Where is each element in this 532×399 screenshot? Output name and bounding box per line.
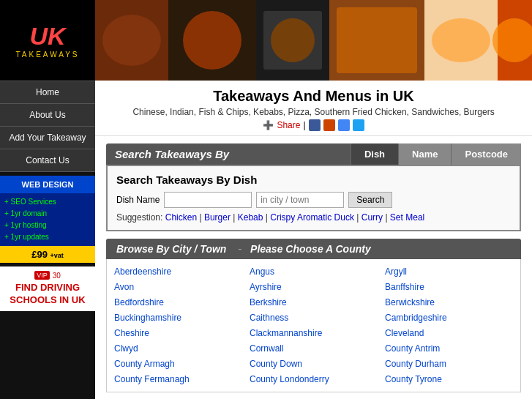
county-link[interactable]: Berwickshire <box>385 296 513 309</box>
svg-point-6 <box>271 18 315 62</box>
choose-county-label: Please Choose A County <box>243 239 378 259</box>
county-link[interactable]: Cornwall <box>250 342 378 355</box>
speed-badge: 30 <box>53 272 61 280</box>
search-tabs-area: Search Takeaways By Dish Name Postcode <box>106 143 521 165</box>
browse-header: Browse By City / Town - Please Choose A … <box>106 239 521 259</box>
dish-label: Dish Name <box>116 195 160 205</box>
web-feature-1: + SEO Services <box>4 196 91 208</box>
svg-point-3 <box>183 11 241 70</box>
page-subtitle: Chinese, Indian, Fish & Chips, Kebabs, P… <box>110 107 517 117</box>
county-link[interactable]: Clwyd <box>114 342 242 355</box>
suggestion-kebab[interactable]: Kebab <box>238 212 263 223</box>
web-design-price[interactable]: £99 +vat <box>0 246 95 263</box>
county-link[interactable]: County Down <box>250 357 378 370</box>
logo-takeaways: TAKEAWAYS <box>15 51 79 59</box>
svg-point-10 <box>432 18 490 62</box>
county-link[interactable]: Clackmannanshire <box>250 327 378 340</box>
twitter-icon[interactable] <box>353 119 364 131</box>
county-link[interactable]: Avon <box>114 280 242 294</box>
digg-icon[interactable] <box>323 119 335 131</box>
google-icon[interactable] <box>338 119 350 131</box>
page-title: Takeaways And Menus in UK <box>110 88 517 105</box>
county-link[interactable]: Caithness <box>250 311 378 324</box>
nav-add-takeaway[interactable]: Add Your Takeaway <box>0 127 95 149</box>
search-tabs-label: Search Takeaways By <box>106 143 351 165</box>
search-button[interactable]: Search <box>348 192 392 208</box>
county-link[interactable]: Cambridgeshire <box>385 311 513 324</box>
food-banner-svg <box>95 0 532 81</box>
county-link[interactable]: County Londonderry <box>250 373 378 386</box>
web-feature-4: + 1yr updates <box>4 231 91 243</box>
county-link[interactable]: County Tyrone <box>385 373 513 386</box>
separator: | <box>303 120 305 130</box>
suggestion-duck[interactable]: Crispy Aromatic Duck <box>270 212 354 223</box>
search-box-title: Search Takeaways By Dish <box>116 174 511 186</box>
county-link[interactable]: County Antrim <box>385 342 513 355</box>
nav-contact[interactable]: Contact Us <box>0 149 95 172</box>
browse-section: Browse By City / Town - Please Choose A … <box>106 239 521 392</box>
suggestion-row: Suggestion: Chicken | Burger | Kebab | C… <box>116 212 511 223</box>
search-box: Search Takeaways By Dish Dish Name Searc… <box>106 165 521 231</box>
suggestion-label: Suggestion: <box>116 212 162 223</box>
driving-title: FIND DRIVING SCHOOLS IN UK <box>4 282 91 307</box>
main-nav: Home About Us Add Your Takeaway Contact … <box>0 81 95 172</box>
main-content: Takeaways And Menus in UK Chinese, India… <box>95 0 532 399</box>
county-link[interactable]: Ayrshire <box>250 280 378 294</box>
page-title-area: Takeaways And Menus in UK Chinese, India… <box>95 81 532 136</box>
suggestion-chicken[interactable]: Chicken <box>165 212 197 223</box>
price-amount: £99 <box>31 249 48 260</box>
county-link[interactable]: Cheshire <box>114 327 242 340</box>
browse-dash: - <box>236 243 243 255</box>
county-link[interactable]: Angus <box>250 265 378 278</box>
logo-area: UK TAKEAWAYS <box>0 0 95 81</box>
county-link[interactable]: Argyll <box>385 265 513 278</box>
county-link[interactable]: Berkshire <box>250 296 378 309</box>
county-link[interactable]: Aberdeenshire <box>114 265 242 278</box>
logo-uk: UK <box>29 22 65 50</box>
sidebar: UK TAKEAWAYS Home About Us Add Your Take… <box>0 0 95 399</box>
share-link[interactable]: Share <box>277 120 300 130</box>
county-link[interactable]: Banffshire <box>385 280 513 294</box>
tab-dish[interactable]: Dish <box>351 143 398 165</box>
facebook-icon[interactable] <box>309 119 321 131</box>
browse-title: Browse By City / Town <box>106 239 236 259</box>
nav-home[interactable]: Home <box>0 81 95 104</box>
web-feature-2: + 1yr domain <box>4 208 91 220</box>
dish-input[interactable] <box>164 192 252 208</box>
county-link[interactable]: Cleveland <box>385 327 513 340</box>
web-design-details: + SEO Services + 1yr domain + 1yr hostin… <box>0 193 95 246</box>
nav-about[interactable]: About Us <box>0 104 95 127</box>
tab-postcode[interactable]: Postcode <box>451 143 521 165</box>
svg-point-1 <box>102 15 161 66</box>
city-input[interactable] <box>256 192 344 208</box>
county-link[interactable]: County Armagh <box>114 357 242 370</box>
suggestion-burger[interactable]: Burger <box>204 212 231 223</box>
county-link[interactable]: Bedfordshire <box>114 296 242 309</box>
county-link[interactable]: County Durham <box>385 357 513 370</box>
food-header <box>95 0 532 81</box>
vip-badge: VIP <box>34 271 50 280</box>
share-icon-add: ➕ <box>263 120 274 130</box>
svg-rect-8 <box>337 7 417 73</box>
tab-name[interactable]: Name <box>398 143 451 165</box>
county-link[interactable]: County Fermanagh <box>114 373 242 386</box>
driving-banner[interactable]: VIP 30 FIND DRIVING SCHOOLS IN UK <box>0 266 95 311</box>
county-link[interactable]: Buckinghamshire <box>114 311 242 324</box>
suggestion-set-meal[interactable]: Set Meal <box>390 212 424 223</box>
share-area: ➕ Share | <box>110 119 517 131</box>
web-feature-3: + 1yr hosting <box>4 220 91 231</box>
price-vat: +vat <box>50 252 64 259</box>
county-grid: AberdeenshireAngusArgyllAvonAyrshireBanf… <box>106 259 521 392</box>
web-design-banner[interactable]: WEB DESIGN <box>0 176 95 193</box>
suggestion-curry[interactable]: Curry <box>361 212 383 223</box>
search-row: Dish Name Search <box>116 192 511 208</box>
